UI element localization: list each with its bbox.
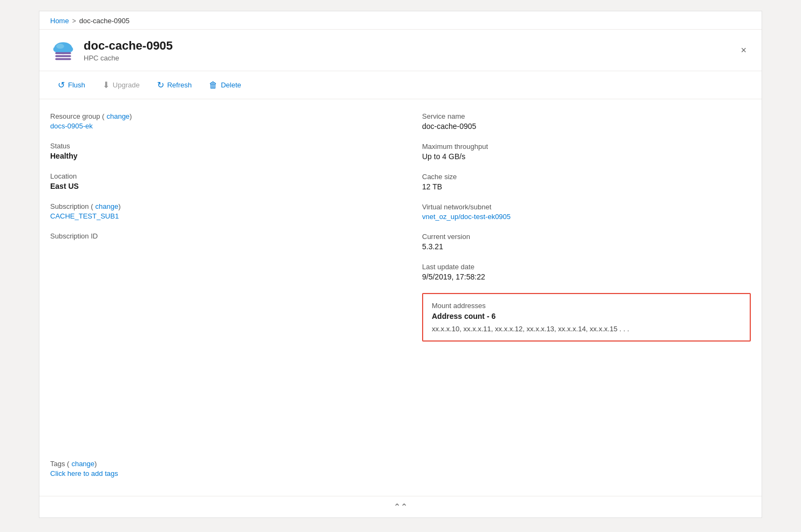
subscription-field: Subscription (change) CACHE_TEST_SUB1 bbox=[50, 202, 379, 220]
status-label: Status bbox=[50, 142, 379, 150]
resource-group-field: Resource group (change) docs-0905-ek bbox=[50, 112, 379, 130]
refresh-label: Refresh bbox=[167, 81, 192, 89]
breadcrumb-home-link[interactable]: Home bbox=[50, 17, 69, 25]
last-update-label: Last update date bbox=[422, 263, 751, 271]
left-column: Resource group (change) docs-0905-ek Sta… bbox=[50, 112, 400, 483]
cache-size-field: Cache size 12 TB bbox=[422, 173, 751, 191]
vnet-label: Virtual network/subnet bbox=[422, 203, 751, 211]
flush-label: Flush bbox=[68, 81, 85, 89]
delete-icon: 🗑 bbox=[209, 80, 218, 90]
service-name-value: doc-cache-0905 bbox=[422, 122, 751, 131]
footer: ⌃⌃ bbox=[39, 496, 762, 517]
breadcrumb-separator: > bbox=[72, 17, 76, 25]
subscription-value[interactable]: CACHE_TEST_SUB1 bbox=[50, 212, 379, 220]
header-text: doc-cache-0905 HPC cache bbox=[84, 39, 173, 62]
subscription-label: Subscription (change) bbox=[50, 202, 379, 210]
mount-addresses-box: Mount addresses Address count - 6 xx.x.x… bbox=[422, 293, 751, 342]
current-version-value: 5.3.21 bbox=[422, 242, 751, 251]
upgrade-button[interactable]: ⬇ Upgrade bbox=[95, 77, 147, 93]
last-update-value: 9/5/2019, 17:58:22 bbox=[422, 272, 751, 281]
subscription-id-label: Subscription ID bbox=[50, 232, 379, 240]
max-throughput-value: Up to 4 GB/s bbox=[422, 152, 751, 161]
main-content: Resource group (change) docs-0905-ek Sta… bbox=[39, 99, 762, 496]
status-field: Status Healthy bbox=[50, 142, 379, 160]
header: doc-cache-0905 HPC cache × bbox=[39, 30, 762, 71]
resource-group-change-link[interactable]: change bbox=[106, 112, 130, 120]
current-version-label: Current version bbox=[422, 233, 751, 241]
status-value: Healthy bbox=[50, 152, 379, 160]
max-throughput-label: Maximum throughput bbox=[422, 142, 751, 151]
resource-group-label: Resource group (change) bbox=[50, 112, 379, 120]
svg-rect-5 bbox=[55, 58, 71, 60]
mount-count: Address count - 6 bbox=[432, 312, 741, 320]
tags-label: Tags (change) bbox=[50, 460, 379, 468]
toolbar: ↺ Flush ⬇ Upgrade ↻ Refresh 🗑 Delete bbox=[39, 71, 762, 99]
collapse-icon: ⌃⌃ bbox=[393, 502, 408, 511]
subscription-change-link[interactable]: change bbox=[95, 202, 118, 210]
flush-icon: ↺ bbox=[58, 80, 65, 90]
service-name-field: Service name doc-cache-0905 bbox=[422, 112, 751, 131]
upgrade-label: Upgrade bbox=[113, 81, 140, 89]
current-version-field: Current version 5.3.21 bbox=[422, 233, 751, 251]
header-left: doc-cache-0905 HPC cache bbox=[50, 37, 173, 63]
spacer bbox=[50, 254, 379, 448]
page-subtitle: HPC cache bbox=[84, 54, 173, 62]
main-panel: Home > doc-cache-0905 bbox=[39, 11, 762, 518]
mount-label: Mount addresses bbox=[432, 302, 741, 310]
mount-addresses: xx.x.x.10, xx.x.x.11, xx.x.x.12, xx.x.x.… bbox=[432, 325, 741, 333]
close-button[interactable]: × bbox=[736, 43, 751, 57]
breadcrumb-current: doc-cache-0905 bbox=[79, 17, 130, 25]
right-column: Service name doc-cache-0905 Maximum thro… bbox=[400, 112, 751, 483]
svg-rect-3 bbox=[55, 52, 71, 54]
refresh-icon: ↻ bbox=[157, 80, 164, 90]
vnet-field: Virtual network/subnet vnet_oz_up/doc-te… bbox=[422, 203, 751, 221]
flush-button[interactable]: ↺ Flush bbox=[50, 77, 93, 93]
delete-label: Delete bbox=[221, 81, 241, 89]
location-field: Location East US bbox=[50, 172, 379, 190]
subscription-id-field: Subscription ID bbox=[50, 232, 379, 242]
breadcrumb: Home > doc-cache-0905 bbox=[39, 11, 762, 30]
hpc-cache-icon bbox=[50, 37, 76, 63]
cache-size-label: Cache size bbox=[422, 173, 751, 181]
last-update-field: Last update date 9/5/2019, 17:58:22 bbox=[422, 263, 751, 281]
refresh-button[interactable]: ↻ Refresh bbox=[150, 77, 200, 93]
svg-point-2 bbox=[63, 46, 73, 53]
delete-button[interactable]: 🗑 Delete bbox=[201, 77, 249, 93]
collapse-button[interactable]: ⌃⌃ bbox=[393, 502, 408, 512]
tags-change-link[interactable]: change bbox=[71, 460, 94, 468]
cache-size-value: 12 TB bbox=[422, 182, 751, 191]
tags-add-link[interactable]: Click here to add tags bbox=[50, 469, 379, 478]
upgrade-icon: ⬇ bbox=[103, 80, 110, 90]
service-name-label: Service name bbox=[422, 112, 751, 120]
max-throughput-field: Maximum throughput Up to 4 GB/s bbox=[422, 142, 751, 161]
location-value: East US bbox=[50, 182, 379, 190]
svg-point-6 bbox=[56, 44, 64, 49]
vnet-value[interactable]: vnet_oz_up/doc-test-ek0905 bbox=[422, 213, 751, 221]
resource-group-value[interactable]: docs-0905-ek bbox=[50, 122, 379, 130]
location-label: Location bbox=[50, 172, 379, 180]
svg-rect-4 bbox=[55, 55, 71, 57]
page-title: doc-cache-0905 bbox=[84, 39, 173, 53]
tags-field: Tags (change) Click here to add tags bbox=[50, 460, 379, 483]
